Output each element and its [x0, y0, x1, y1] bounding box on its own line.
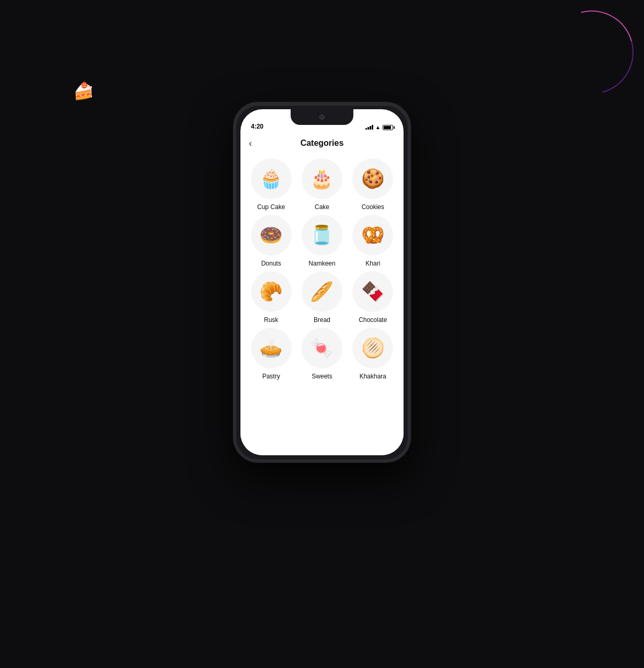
- category-label-cupcake: Cup Cake: [257, 203, 285, 211]
- wifi-icon: ▲: [375, 124, 381, 130]
- category-item-namkeen[interactable]: 🫙Namkeen: [297, 215, 346, 267]
- category-item-cake[interactable]: 🎂Cake: [297, 158, 346, 211]
- category-circle-cookies: 🍪: [352, 158, 393, 199]
- category-circle-namkeen: 🫙: [302, 215, 342, 256]
- category-item-cookies[interactable]: 🍪Cookies: [349, 158, 397, 211]
- category-item-pastry[interactable]: 🥧Pastry: [247, 328, 295, 380]
- category-emoji-donuts: 🍩: [259, 224, 283, 246]
- category-item-sweets[interactable]: 🍬Sweets: [297, 328, 346, 380]
- status-time: 4:20: [251, 123, 263, 130]
- category-item-khakhara[interactable]: 🫓Khakhara: [349, 328, 397, 380]
- category-emoji-namkeen: 🫙: [310, 224, 334, 246]
- category-emoji-sweets: 🍬: [310, 337, 334, 359]
- category-circle-rusk: 🥐: [251, 271, 292, 312]
- category-circle-cake: 🎂: [302, 158, 342, 199]
- phone-notch: [291, 109, 353, 125]
- category-label-khakhara: Khakhara: [360, 373, 386, 380]
- category-circle-chocolate: 🍫: [352, 271, 393, 312]
- category-label-sweets: Sweets: [312, 373, 332, 380]
- category-emoji-pastry: 🥧: [259, 337, 283, 359]
- page-title: Categories: [301, 139, 344, 148]
- app-header: ‹ Categories: [240, 132, 404, 154]
- category-emoji-rusk: 🥐: [259, 281, 283, 303]
- category-label-namkeen: Namkeen: [308, 260, 335, 267]
- category-emoji-cupcake: 🧁: [259, 168, 283, 190]
- category-label-bread: Bread: [314, 316, 330, 324]
- category-label-khari: Khari: [365, 260, 380, 267]
- category-label-cookies: Cookies: [362, 203, 384, 211]
- category-circle-khakhara: 🫓: [352, 328, 393, 368]
- signal-icon: [365, 125, 373, 130]
- category-item-chocolate[interactable]: 🍫Chocolate: [349, 271, 397, 324]
- category-emoji-bread: 🥖: [310, 281, 334, 303]
- category-emoji-khakhara: 🫓: [361, 337, 385, 359]
- category-label-pastry: Pastry: [262, 373, 280, 380]
- category-label-cake: Cake: [315, 203, 329, 211]
- category-label-donuts: Donuts: [261, 260, 281, 267]
- status-icons: ▲: [365, 124, 393, 130]
- category-emoji-chocolate: 🍫: [361, 281, 385, 303]
- category-circle-khari: 🥨: [352, 215, 393, 256]
- category-circle-bread: 🥖: [302, 271, 342, 312]
- category-label-rusk: Rusk: [264, 316, 278, 324]
- decor-cake-icon: 🍰: [73, 81, 94, 101]
- back-button[interactable]: ‹: [249, 138, 252, 149]
- category-emoji-khari: 🥨: [361, 224, 385, 246]
- category-circle-cupcake: 🧁: [251, 158, 292, 199]
- category-emoji-cookies: 🍪: [361, 168, 385, 190]
- category-circle-pastry: 🥧: [251, 328, 292, 368]
- category-circle-donuts: 🍩: [251, 215, 292, 256]
- category-item-rusk[interactable]: 🥐Rusk: [247, 271, 295, 324]
- category-label-chocolate: Chocolate: [359, 316, 387, 324]
- category-item-cupcake[interactable]: 🧁Cup Cake: [247, 158, 295, 211]
- phone-device: 4:20 ▲ ‹ Categories: [233, 102, 411, 463]
- app-screen: ‹ Categories 🧁Cup Cake🎂Cake🍪Cookies🍩Donu…: [240, 132, 404, 455]
- decorative-circle: [535, 0, 644, 109]
- phone-screen: 4:20 ▲ ‹ Categories: [240, 109, 404, 455]
- category-emoji-cake: 🎂: [310, 168, 334, 190]
- category-item-bread[interactable]: 🥖Bread: [297, 271, 346, 324]
- category-circle-sweets: 🍬: [302, 328, 342, 368]
- notch-camera: [319, 114, 325, 120]
- category-item-khari[interactable]: 🥨Khari: [349, 215, 397, 267]
- categories-grid: 🧁Cup Cake🎂Cake🍪Cookies🍩Donuts🫙Namkeen🥨Kh…: [240, 154, 404, 388]
- battery-icon: [383, 125, 393, 130]
- category-item-donuts[interactable]: 🍩Donuts: [247, 215, 295, 267]
